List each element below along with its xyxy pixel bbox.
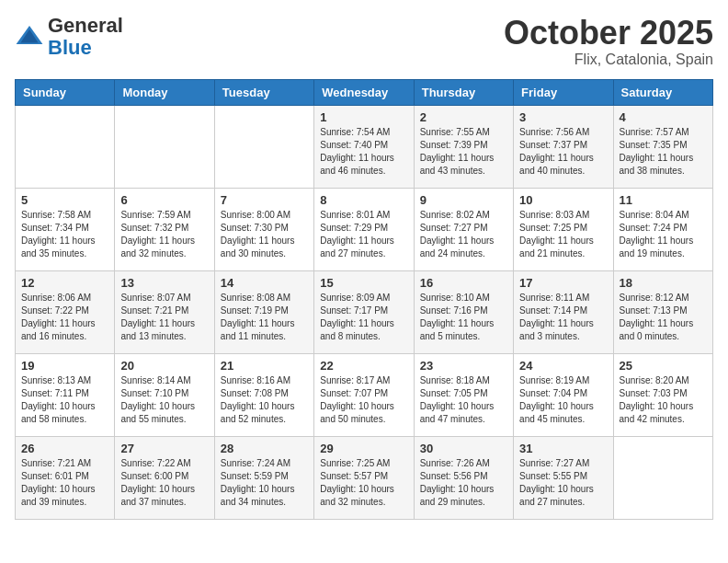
day-number: 14 xyxy=(221,276,308,290)
day-info: Sunrise: 8:16 AM Sunset: 7:08 PM Dayligh… xyxy=(221,374,308,426)
calendar-cell: 20Sunrise: 8:14 AM Sunset: 7:10 PM Dayli… xyxy=(115,353,214,436)
day-info: Sunrise: 8:14 AM Sunset: 7:10 PM Dayligh… xyxy=(120,374,208,426)
day-number: 12 xyxy=(21,276,108,290)
calendar-cell: 17Sunrise: 8:11 AM Sunset: 7:14 PM Dayli… xyxy=(514,270,613,353)
day-number: 13 xyxy=(120,276,208,290)
calendar-cell: 21Sunrise: 8:16 AM Sunset: 7:08 PM Dayli… xyxy=(214,353,313,436)
day-info: Sunrise: 8:18 AM Sunset: 7:05 PM Dayligh… xyxy=(420,374,507,426)
logo-blue: Blue xyxy=(48,36,92,59)
calendar-cell: 27Sunrise: 7:22 AM Sunset: 6:00 PM Dayli… xyxy=(115,436,214,519)
calendar-cell: 28Sunrise: 7:24 AM Sunset: 5:59 PM Dayli… xyxy=(214,436,313,519)
calendar-cell: 16Sunrise: 8:10 AM Sunset: 7:16 PM Dayli… xyxy=(414,270,513,353)
day-info: Sunrise: 8:17 AM Sunset: 7:07 PM Dayligh… xyxy=(320,374,407,426)
calendar-week-row: 5Sunrise: 7:58 AM Sunset: 7:34 PM Daylig… xyxy=(16,188,713,270)
calendar-cell xyxy=(16,105,115,188)
calendar-cell xyxy=(613,436,712,519)
day-number: 23 xyxy=(420,359,507,373)
calendar-table: SundayMondayTuesdayWednesdayThursdayFrid… xyxy=(15,79,713,520)
calendar-cell: 31Sunrise: 7:27 AM Sunset: 5:55 PM Dayli… xyxy=(514,436,613,519)
day-number: 24 xyxy=(519,359,607,373)
day-info: Sunrise: 7:27 AM Sunset: 5:55 PM Dayligh… xyxy=(519,457,607,509)
day-number: 5 xyxy=(21,193,108,207)
day-info: Sunrise: 8:10 AM Sunset: 7:16 PM Dayligh… xyxy=(420,292,507,343)
day-info: Sunrise: 8:06 AM Sunset: 7:22 PM Dayligh… xyxy=(21,292,108,343)
day-info: Sunrise: 8:04 AM Sunset: 7:24 PM Dayligh… xyxy=(620,209,707,260)
calendar-day-header: Wednesday xyxy=(314,79,414,105)
calendar-cell: 10Sunrise: 8:03 AM Sunset: 7:25 PM Dayli… xyxy=(514,188,613,270)
day-number: 16 xyxy=(420,276,507,290)
calendar-day-header: Monday xyxy=(115,79,214,105)
day-number: 3 xyxy=(519,110,607,124)
day-number: 4 xyxy=(620,110,707,124)
day-number: 18 xyxy=(620,276,707,290)
day-info: Sunrise: 8:00 AM Sunset: 7:30 PM Dayligh… xyxy=(221,209,308,260)
calendar-cell xyxy=(115,105,214,188)
calendar-cell: 6Sunrise: 7:59 AM Sunset: 7:32 PM Daylig… xyxy=(115,188,214,270)
day-info: Sunrise: 7:56 AM Sunset: 7:37 PM Dayligh… xyxy=(519,126,607,178)
day-info: Sunrise: 7:54 AM Sunset: 7:40 PM Dayligh… xyxy=(320,126,407,178)
logo-general: General xyxy=(48,14,123,37)
logo-text: General Blue xyxy=(48,15,123,59)
day-info: Sunrise: 8:19 AM Sunset: 7:04 PM Dayligh… xyxy=(519,374,607,426)
calendar-week-row: 1Sunrise: 7:54 AM Sunset: 7:40 PM Daylig… xyxy=(16,105,713,188)
day-number: 25 xyxy=(620,359,707,373)
calendar-cell: 23Sunrise: 8:18 AM Sunset: 7:05 PM Dayli… xyxy=(414,353,513,436)
calendar-cell: 11Sunrise: 8:04 AM Sunset: 7:24 PM Dayli… xyxy=(613,188,712,270)
calendar-cell: 12Sunrise: 8:06 AM Sunset: 7:22 PM Dayli… xyxy=(16,270,115,353)
day-number: 17 xyxy=(519,276,607,290)
calendar-cell: 25Sunrise: 8:20 AM Sunset: 7:03 PM Dayli… xyxy=(613,353,712,436)
calendar-cell: 8Sunrise: 8:01 AM Sunset: 7:29 PM Daylig… xyxy=(314,188,414,270)
day-number: 6 xyxy=(120,193,208,207)
day-info: Sunrise: 7:57 AM Sunset: 7:35 PM Dayligh… xyxy=(620,126,707,178)
calendar-week-row: 12Sunrise: 8:06 AM Sunset: 7:22 PM Dayli… xyxy=(16,270,713,353)
day-info: Sunrise: 8:01 AM Sunset: 7:29 PM Dayligh… xyxy=(320,209,407,260)
day-info: Sunrise: 7:22 AM Sunset: 6:00 PM Dayligh… xyxy=(120,457,208,509)
calendar-cell: 14Sunrise: 8:08 AM Sunset: 7:19 PM Dayli… xyxy=(214,270,313,353)
day-info: Sunrise: 8:08 AM Sunset: 7:19 PM Dayligh… xyxy=(221,292,308,343)
day-number: 8 xyxy=(320,193,407,207)
day-info: Sunrise: 7:26 AM Sunset: 5:56 PM Dayligh… xyxy=(420,457,507,509)
day-number: 2 xyxy=(420,110,507,124)
calendar-cell: 5Sunrise: 7:58 AM Sunset: 7:34 PM Daylig… xyxy=(16,188,115,270)
calendar-day-header: Tuesday xyxy=(214,79,313,105)
calendar-cell: 15Sunrise: 8:09 AM Sunset: 7:17 PM Dayli… xyxy=(314,270,414,353)
day-number: 9 xyxy=(420,193,507,207)
day-info: Sunrise: 7:21 AM Sunset: 6:01 PM Dayligh… xyxy=(21,457,108,509)
calendar-day-header: Thursday xyxy=(414,79,513,105)
day-number: 31 xyxy=(519,442,607,455)
calendar-cell: 26Sunrise: 7:21 AM Sunset: 6:01 PM Dayli… xyxy=(16,436,115,519)
day-info: Sunrise: 8:09 AM Sunset: 7:17 PM Dayligh… xyxy=(320,292,407,343)
logo: General Blue xyxy=(15,15,123,59)
location: Flix, Catalonia, Spain xyxy=(504,52,713,68)
calendar-week-row: 26Sunrise: 7:21 AM Sunset: 6:01 PM Dayli… xyxy=(16,436,713,519)
day-info: Sunrise: 8:02 AM Sunset: 7:27 PM Dayligh… xyxy=(420,209,507,260)
day-number: 15 xyxy=(320,276,407,290)
page-header: General Blue October 2025 Flix, Cataloni… xyxy=(15,15,713,68)
calendar-day-header: Sunday xyxy=(16,79,115,105)
calendar-cell: 29Sunrise: 7:25 AM Sunset: 5:57 PM Dayli… xyxy=(314,436,414,519)
day-number: 1 xyxy=(320,110,407,124)
calendar-day-header: Friday xyxy=(514,79,613,105)
calendar-cell: 22Sunrise: 8:17 AM Sunset: 7:07 PM Dayli… xyxy=(314,353,414,436)
calendar-cell: 24Sunrise: 8:19 AM Sunset: 7:04 PM Dayli… xyxy=(514,353,613,436)
day-info: Sunrise: 7:59 AM Sunset: 7:32 PM Dayligh… xyxy=(120,209,208,260)
day-number: 28 xyxy=(221,442,308,455)
calendar-cell: 7Sunrise: 8:00 AM Sunset: 7:30 PM Daylig… xyxy=(214,188,313,270)
day-number: 20 xyxy=(120,359,208,373)
day-info: Sunrise: 7:25 AM Sunset: 5:57 PM Dayligh… xyxy=(320,457,407,509)
day-info: Sunrise: 8:20 AM Sunset: 7:03 PM Dayligh… xyxy=(620,374,707,426)
calendar-cell: 4Sunrise: 7:57 AM Sunset: 7:35 PM Daylig… xyxy=(613,105,712,188)
calendar-cell: 30Sunrise: 7:26 AM Sunset: 5:56 PM Dayli… xyxy=(414,436,513,519)
calendar-cell: 3Sunrise: 7:56 AM Sunset: 7:37 PM Daylig… xyxy=(514,105,613,188)
calendar-cell: 1Sunrise: 7:54 AM Sunset: 7:40 PM Daylig… xyxy=(314,105,414,188)
day-info: Sunrise: 7:55 AM Sunset: 7:39 PM Dayligh… xyxy=(420,126,507,178)
day-number: 30 xyxy=(420,442,507,455)
calendar-header-row: SundayMondayTuesdayWednesdayThursdayFrid… xyxy=(16,79,713,105)
day-info: Sunrise: 8:12 AM Sunset: 7:13 PM Dayligh… xyxy=(620,292,707,343)
calendar-cell: 9Sunrise: 8:02 AM Sunset: 7:27 PM Daylig… xyxy=(414,188,513,270)
day-number: 27 xyxy=(120,442,208,455)
day-info: Sunrise: 8:07 AM Sunset: 7:21 PM Dayligh… xyxy=(120,292,208,343)
calendar-cell xyxy=(214,105,313,188)
day-number: 26 xyxy=(21,442,108,455)
day-info: Sunrise: 8:11 AM Sunset: 7:14 PM Dayligh… xyxy=(519,292,607,343)
